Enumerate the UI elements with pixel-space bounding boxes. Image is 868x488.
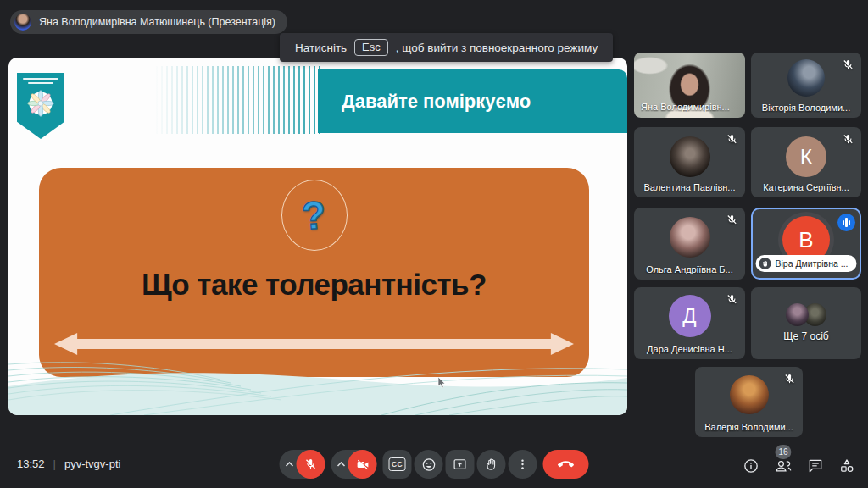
mic-off-icon — [842, 58, 854, 71]
toast-text-suffix: , щоб вийти з повноекранного режиму — [396, 42, 598, 54]
captions-button[interactable]: CC — [383, 450, 412, 479]
participant-tile[interactable]: Ольга Андріївна Б... — [634, 208, 745, 280]
esc-key: Esc — [354, 39, 388, 56]
people-icon — [774, 458, 793, 474]
more-options-button[interactable] — [509, 450, 537, 479]
presenter-avatar — [14, 14, 31, 30]
activities-icon — [838, 458, 855, 474]
letter-avatar: К — [786, 136, 826, 177]
meeting-panel-buttons: 16 — [743, 458, 855, 474]
more-options-icon — [516, 458, 530, 471]
raised-hand-icon — [760, 258, 771, 269]
end-call-icon — [558, 456, 575, 473]
toast-text-prefix: Натисніть — [295, 42, 347, 54]
mic-off-icon — [726, 133, 738, 146]
slide-question-card: ? Що таке толерантність? — [39, 168, 589, 377]
participant-name: Вікторія Володими... — [751, 103, 861, 113]
mouse-cursor — [437, 377, 446, 389]
avatar — [786, 303, 809, 326]
mic-off-icon — [726, 214, 738, 226]
call-controls: CC — [280, 450, 589, 479]
participant-name: Дара Денисівна Н... — [634, 344, 745, 354]
slide-header-band: Давайте поміркуємо — [318, 69, 627, 133]
participant-tile-video[interactable]: Яна Володимирівн... — [634, 53, 745, 118]
more-participants-label: Ще 7 осіб — [751, 330, 861, 342]
participant-tile[interactable]: Д Дара Денисівна Н... — [634, 287, 745, 359]
divider: | — [53, 458, 56, 470]
meeting-code: pyv-tvgv-pti — [64, 458, 120, 470]
mic-off-icon — [783, 373, 796, 385]
participant-name: Катерина Сергіївн... — [751, 182, 861, 192]
avatar — [670, 136, 710, 177]
question-mark-circle: ? — [281, 180, 348, 251]
activities-button[interactable] — [838, 458, 855, 474]
info-icon — [743, 458, 760, 474]
camera-options-chevron-icon[interactable] — [335, 462, 348, 467]
participant-tile[interactable]: К Катерина Сергіївн... — [751, 127, 861, 197]
slide-title: Давайте поміркуємо — [342, 91, 531, 113]
avatar — [730, 375, 769, 414]
meet-window: Яна Володимирівна Матюшинець (Презентаці… — [0, 0, 868, 488]
present-screen-button[interactable] — [446, 450, 475, 479]
participant-name: Валентина Павлівн... — [634, 182, 745, 192]
slide-date: 05.04.2024 — [449, 391, 496, 402]
raise-hand-button[interactable] — [477, 450, 506, 479]
question-mark-glyph: ? — [301, 191, 328, 239]
presenter-banner: Яна Володимирівна Матюшинець (Презентаці… — [10, 10, 287, 34]
participant-name: Віра Дмитрівна ... — [776, 258, 849, 269]
reactions-button[interactable] — [415, 450, 443, 479]
slide-stripe-fade — [136, 66, 320, 134]
chat-icon — [807, 458, 824, 474]
mic-options-chevron-icon[interactable] — [283, 462, 297, 467]
avatar — [787, 59, 825, 97]
meeting-info: 13:52 | pyv-tvgv-pti — [17, 458, 120, 470]
raise-hand-icon — [484, 458, 498, 472]
participant-name: Яна Володимирівн... — [641, 102, 730, 112]
participant-name: Ольга Андріївна Б... — [634, 264, 745, 274]
presenter-name: Яна Володимирівна Матюшинець (Презентаці… — [39, 16, 275, 28]
camera-control[interactable] — [331, 450, 377, 479]
slide-question-text: Що таке толерантність? — [39, 268, 589, 302]
participant-tile[interactable]: Валентина Павлівн... — [634, 127, 745, 197]
fullscreen-exit-toast: Натисніть Esc , щоб вийти з повноекранно… — [280, 33, 613, 62]
crest-flower-icon — [25, 88, 56, 119]
clock-time: 13:52 — [17, 458, 45, 470]
hand-raised-pill: Віра Дмитрівна ... — [756, 255, 857, 272]
speaking-indicator-icon — [837, 214, 855, 231]
participant-tile[interactable]: Вікторія Володими... — [751, 53, 861, 118]
camera-off-button[interactable] — [348, 450, 377, 479]
emoji-smile-icon — [420, 457, 437, 473]
people-button[interactable]: 16 — [774, 458, 793, 474]
present-screen-icon — [453, 457, 468, 472]
more-participants-tile[interactable]: Ще 7 осіб — [751, 287, 861, 359]
school-crest-logo — [17, 73, 64, 139]
mic-control[interactable] — [280, 450, 326, 479]
end-call-button[interactable] — [543, 450, 589, 479]
double-arrow-icon — [54, 330, 574, 361]
info-button[interactable] — [743, 458, 760, 474]
shared-presentation-slide: Давайте поміркуємо — [8, 58, 627, 415]
participant-count-badge: 16 — [775, 445, 791, 459]
participant-tile-speaking[interactable]: В Віра Дмитрівна ... — [751, 208, 861, 280]
avatar — [670, 217, 710, 258]
mic-off-button[interactable] — [297, 450, 326, 479]
mic-off-icon — [726, 293, 738, 306]
chat-button[interactable] — [807, 458, 824, 474]
mic-off-icon — [842, 133, 854, 146]
participant-tile[interactable]: Валерія Володими... — [695, 367, 803, 437]
participant-name: Валерія Володими... — [695, 422, 803, 432]
letter-avatar: Д — [669, 295, 711, 337]
captions-icon: CC — [389, 458, 406, 471]
